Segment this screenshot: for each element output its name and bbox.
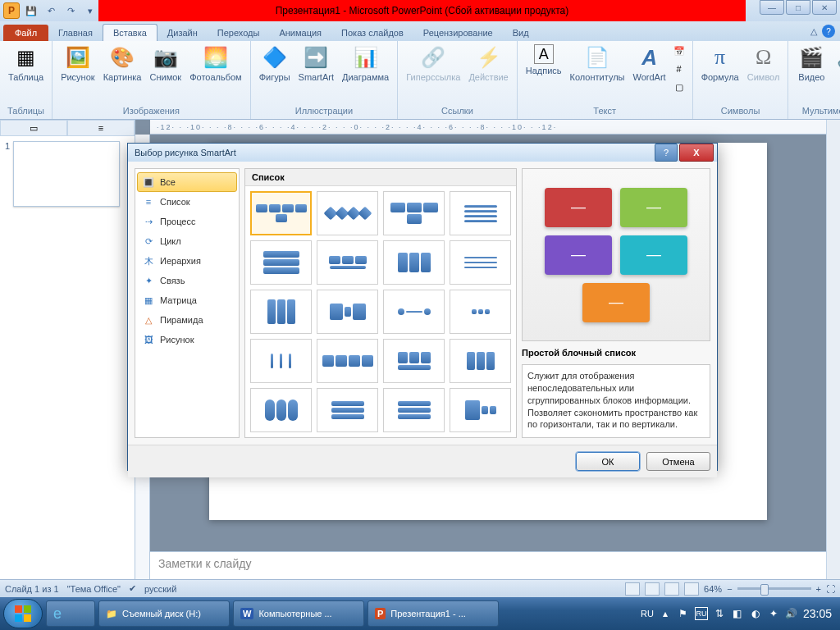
category-cycle[interactable]: ⟳Цикл [137,231,237,251]
view-reading-button[interactable] [664,582,679,596]
tab-slideshow[interactable]: Показ слайдов [331,25,413,41]
gallery-item[interactable] [250,290,312,334]
zoom-out-button[interactable]: − [727,584,732,594]
gallery-item[interactable] [317,339,378,383]
zoom-in-button[interactable]: + [816,584,821,594]
close-button[interactable]: ✕ [812,0,837,15]
tab-design[interactable]: Дизайн [158,25,208,41]
symbol-button[interactable]: ΩСимвол [744,43,783,84]
photoalbum-button[interactable]: 🌅Фотоальбом [186,43,245,84]
taskbar-item-powerpoint[interactable]: PПрезентация1 - ... [368,600,499,627]
category-all[interactable]: 🔳Все [137,172,237,192]
gallery-item[interactable] [450,191,511,235]
gallery-item[interactable] [383,388,445,432]
gallery-grid[interactable] [245,186,516,437]
category-relationship[interactable]: ✦Связь [137,271,237,290]
minimize-button[interactable]: — [760,0,784,15]
status-language[interactable]: русский [144,584,176,594]
tab-animations[interactable]: Анимация [269,25,331,41]
gallery-item[interactable] [383,339,445,383]
cancel-button[interactable]: Отмена [646,452,710,471]
video-button[interactable]: 🎬Видео [793,43,829,84]
date-time-icon[interactable]: 📅 [671,43,687,59]
ribbon-minimize-icon[interactable]: △ [810,26,817,37]
gallery-item[interactable] [250,191,312,235]
taskbar-ie[interactable]: e [46,600,95,627]
qat-save-icon[interactable]: 💾 [23,2,39,19]
shapes-button[interactable]: 🔷Фигуры [256,43,294,84]
headerfooter-button[interactable]: 📄Колонтитулы [567,43,628,84]
maximize-button[interactable]: □ [786,0,810,15]
slide-thumbnail[interactable]: 1 [0,136,135,212]
thumbnail-tab-outline[interactable]: ≡ [67,120,135,136]
gallery-item[interactable] [383,240,445,285]
category-pyramid[interactable]: △Пирамида [137,310,237,330]
zoom-slider[interactable] [737,587,811,590]
qat-undo-icon[interactable]: ↶ [43,2,59,19]
gallery-item[interactable] [383,290,445,334]
fit-window-button[interactable]: ⛶ [826,584,835,594]
tray-lang-badge[interactable]: RU [695,607,708,620]
category-matrix[interactable]: ▦Матрица [137,290,237,310]
tray-language[interactable]: RU [641,609,654,619]
view-slideshow-button[interactable] [684,582,699,596]
vertical-scrollbar[interactable] [826,120,840,594]
category-list-item[interactable]: ≡Список [137,192,237,212]
gallery-item[interactable] [317,240,378,285]
start-button[interactable] [3,599,43,628]
tray-app1-icon[interactable]: ◧ [731,607,744,620]
thumbnail-tab-slides[interactable]: ▭ [0,120,67,136]
screenshot-button[interactable]: 📷Снимок [146,43,185,84]
gallery-item[interactable] [383,191,445,235]
gallery-item[interactable] [317,191,378,235]
table-button[interactable]: ▦Таблица [5,43,47,84]
view-sorter-button[interactable] [645,582,660,596]
audio-button[interactable]: 🔊Звук [831,43,840,84]
tray-volume-icon[interactable]: 🔊 [785,607,798,620]
file-tab[interactable]: Файл [3,25,48,41]
clipart-button[interactable]: 🎨Картинка [100,43,145,84]
tab-view[interactable]: Вид [503,25,539,41]
tab-transitions[interactable]: Переходы [208,25,270,41]
category-picture[interactable]: 🖼Рисунок [137,330,237,349]
ok-button[interactable]: ОК [576,452,640,471]
dialog-titlebar[interactable]: Выбор рисунка SmartArt ? X [128,144,717,162]
category-process[interactable]: ⇢Процесс [137,212,237,231]
gallery-item[interactable] [317,290,378,334]
dialog-help-button[interactable]: ? [655,144,678,162]
tray-flag-icon[interactable]: ⚑ [677,607,690,620]
taskbar-item-word[interactable]: WКомпьютерные ... [233,600,364,627]
category-hierarchy[interactable]: ⽊Иерархия [137,251,237,271]
tab-review[interactable]: Рецензирование [413,25,503,41]
tray-show-hidden-icon[interactable]: ▴ [659,607,672,620]
chart-button[interactable]: 📊Диаграмма [339,43,392,84]
gallery-item[interactable] [250,388,312,432]
gallery-item[interactable] [250,339,312,383]
tab-home[interactable]: Главная [48,25,103,41]
smartart-button[interactable]: ➡️SmartArt [295,43,337,84]
gallery-item[interactable] [317,388,378,432]
object-icon[interactable]: ▢ [671,79,687,95]
view-normal-button[interactable] [625,582,640,596]
hyperlink-button[interactable]: 🔗Гиперссылка [403,43,463,84]
dialog-close-button[interactable]: X [679,144,714,162]
help-icon[interactable]: ? [822,25,835,38]
textbox-button[interactable]: AНадпись [523,43,565,77]
gallery-item[interactable] [250,240,312,285]
spellcheck-icon[interactable]: ✔ [129,583,136,594]
tray-app2-icon[interactable]: ◐ [749,607,762,620]
qat-customize-icon[interactable]: ▾ [82,2,98,19]
gallery-item[interactable] [450,240,511,285]
picture-button[interactable]: 🖼️Рисунок [57,43,98,84]
equation-button[interactable]: πФормула [698,43,742,84]
action-button[interactable]: ⚡Действие [465,43,511,84]
taskbar-item-explorer[interactable]: 📁Съемный диск (H:) [98,600,230,627]
tray-app3-icon[interactable]: ✦ [767,607,780,620]
gallery-item[interactable] [450,339,511,383]
gallery-item[interactable] [450,388,511,432]
tab-insert[interactable]: Вставка [103,24,158,41]
qat-redo-icon[interactable]: ↷ [62,2,79,19]
slide-number-icon[interactable]: # [671,61,687,77]
tray-clock[interactable]: 23:05 [803,607,832,620]
tray-network-icon[interactable]: ⇅ [713,607,726,620]
